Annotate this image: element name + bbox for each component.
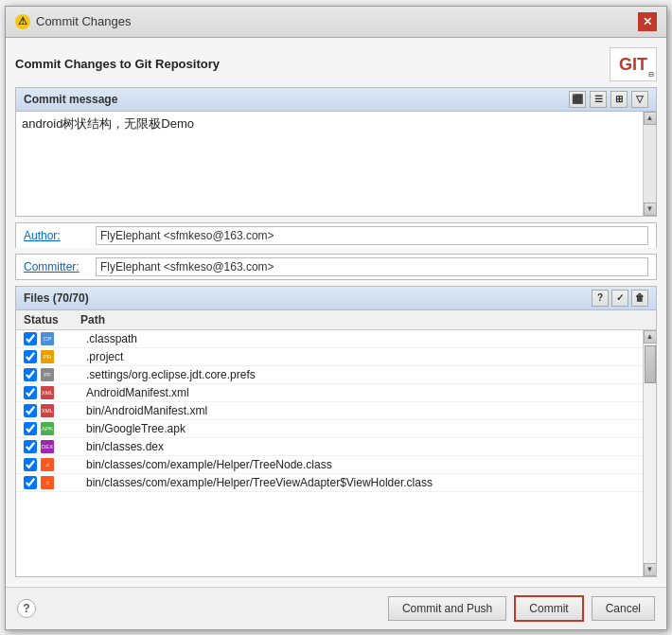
msg-icon-3[interactable]: ⊞ xyxy=(610,91,628,108)
file-type-icon: XML xyxy=(41,386,54,399)
files-scrollbar[interactable]: ▲ ▼ xyxy=(643,330,656,576)
message-scrollbar[interactable]: ▲ ▼ xyxy=(643,112,656,216)
table-row: APKbin/GoogleTree.apk xyxy=(16,420,643,438)
scroll-down-arrow[interactable]: ▼ xyxy=(644,203,657,216)
files-section: Files (70/70) ? ✓ 🗑 Status Path CP.class… xyxy=(15,286,657,577)
files-label: Files (70/70) xyxy=(24,291,89,305)
files-header: Files (70/70) ? ✓ 🗑 xyxy=(16,287,656,310)
scroll-track[interactable] xyxy=(644,125,656,203)
commit-button[interactable]: Commit xyxy=(514,595,583,622)
file-checkbox[interactable] xyxy=(24,386,37,399)
files-header-icons: ? ✓ 🗑 xyxy=(592,290,648,307)
commit-message-input[interactable] xyxy=(16,112,643,216)
file-path: .project xyxy=(86,350,635,363)
msg-icon-2[interactable]: ☰ xyxy=(590,91,607,108)
file-checkbox[interactable] xyxy=(24,368,37,381)
file-path: .classpath xyxy=(86,332,635,345)
table-row: .cbin/classes/com/example/Helper/TreeNod… xyxy=(16,456,643,474)
file-path: bin/classes.dex xyxy=(86,440,635,453)
title-bar: ⚠ Commit Changes ✕ xyxy=(6,7,666,38)
help-button[interactable]: ? xyxy=(17,599,36,618)
col-header-path: Path xyxy=(80,313,648,326)
file-checkbox[interactable] xyxy=(24,422,37,435)
footer-left: ? xyxy=(17,599,36,618)
author-input[interactable] xyxy=(96,226,648,245)
committer-input[interactable] xyxy=(96,257,648,276)
file-checkbox[interactable] xyxy=(24,440,37,453)
file-path: bin/GoogleTree.apk xyxy=(86,422,635,435)
commit-dialog: ⚠ Commit Changes ✕ Commit Changes to Git… xyxy=(5,6,667,630)
commit-message-section: Commit message ⬛ ☰ ⊞ ▽ xyxy=(15,87,657,217)
file-path: AndroidManifest.xml xyxy=(86,386,635,399)
table-row: .cbin/classes/com/example/Helper/TreeVie… xyxy=(16,474,643,492)
author-row: Author: xyxy=(15,222,657,248)
header-row: Commit Changes to Git Repository GIT ⊟ xyxy=(15,47,657,81)
table-row: PF.settings/org.eclipse.jdt.core.prefs xyxy=(16,366,643,384)
msg-icon-1[interactable]: ⬛ xyxy=(569,91,586,108)
scroll-up-arrow[interactable]: ▲ xyxy=(644,112,657,125)
file-path: .settings/org.eclipse.jdt.core.prefs xyxy=(86,368,635,381)
dialog-title: Commit Changes xyxy=(36,14,131,28)
commit-message-label: Commit message xyxy=(24,93,117,106)
file-type-icon: CP xyxy=(41,332,54,345)
commit-message-header: Commit message ⬛ ☰ ⊞ ▽ xyxy=(16,88,656,112)
files-scroll-container: CP.classpathPR.projectPF.settings/org.ec… xyxy=(16,330,656,576)
footer-right: Commit and Push Commit Cancel xyxy=(388,595,655,622)
git-logo: GIT ⊟ xyxy=(610,47,657,81)
file-checkbox[interactable] xyxy=(24,458,37,471)
commit-and-push-button[interactable]: Commit and Push xyxy=(388,596,506,621)
file-path: bin/AndroidManifest.xml xyxy=(86,404,635,417)
file-type-icon: PR xyxy=(41,350,54,363)
files-table-header: Status Path xyxy=(16,310,656,330)
author-label[interactable]: Author: xyxy=(24,229,90,242)
file-type-icon: .c xyxy=(41,458,54,471)
files-rows: CP.classpathPR.projectPF.settings/org.ec… xyxy=(16,330,643,576)
file-type-icon: PF xyxy=(41,368,54,381)
commit-message-icons: ⬛ ☰ ⊞ ▽ xyxy=(569,91,648,108)
footer: ? Commit and Push Commit Cancel xyxy=(6,587,666,629)
file-type-icon: .c xyxy=(41,476,54,489)
committer-row: Committer: xyxy=(15,254,657,280)
close-icon: ✕ xyxy=(643,15,652,28)
files-scroll-thumb[interactable] xyxy=(645,345,656,383)
warning-icon: ⚠ xyxy=(15,14,30,29)
cancel-button[interactable]: Cancel xyxy=(592,596,655,621)
files-scroll-up[interactable]: ▲ xyxy=(644,330,657,344)
file-checkbox[interactable] xyxy=(24,476,37,489)
table-row: PR.project xyxy=(16,348,643,366)
committer-label[interactable]: Committer: xyxy=(24,260,90,273)
table-row: XMLbin/AndroidManifest.xml xyxy=(16,402,643,420)
table-row: CP.classpath xyxy=(16,330,643,348)
file-type-icon: DEX xyxy=(41,440,54,453)
col-header-status: Status xyxy=(24,313,80,326)
msg-collapse-btn[interactable]: ▽ xyxy=(631,91,648,108)
table-row: DEXbin/classes.dex xyxy=(16,438,643,456)
dialog-body: Commit Changes to Git Repository GIT ⊟ C… xyxy=(6,38,666,587)
commit-message-scroll: ▲ ▼ xyxy=(16,112,656,216)
files-check-icon[interactable]: ✓ xyxy=(611,290,628,307)
files-help-icon[interactable]: ? xyxy=(592,290,609,307)
files-scroll-down[interactable]: ▼ xyxy=(644,563,657,576)
file-path: bin/classes/com/example/Helper/TreeViewA… xyxy=(86,476,635,489)
file-checkbox[interactable] xyxy=(24,404,37,417)
file-type-icon: APK xyxy=(41,422,54,435)
page-title: Commit Changes to Git Repository xyxy=(15,57,220,71)
close-button[interactable]: ✕ xyxy=(638,12,657,31)
title-bar-left: ⚠ Commit Changes xyxy=(15,14,131,29)
file-path: bin/classes/com/example/Helper/TreeNode.… xyxy=(86,458,635,471)
help-icon: ? xyxy=(23,602,29,615)
file-type-icon: XML xyxy=(41,404,54,417)
table-row: XMLAndroidManifest.xml xyxy=(16,384,643,402)
file-checkbox[interactable] xyxy=(24,350,37,363)
files-delete-icon[interactable]: 🗑 xyxy=(631,290,648,307)
file-checkbox[interactable] xyxy=(24,332,37,345)
